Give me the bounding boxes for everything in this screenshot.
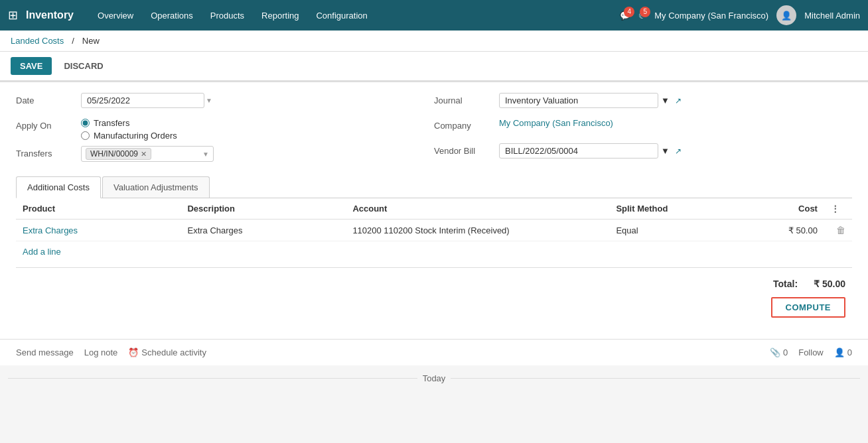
breadcrumb-parent[interactable]: Landed Costs <box>11 36 64 46</box>
vendor-bill-row: Vendor Bill ▼ ↗ <box>434 143 852 163</box>
avatar: 👤 <box>776 5 796 25</box>
app-name[interactable]: Inventory <box>26 9 74 21</box>
col-header-product: Product <box>16 198 181 220</box>
tab-additional-costs[interactable]: Additional Costs <box>16 176 101 198</box>
tabs-container: Additional Costs Valuation Adjustments <box>16 176 852 198</box>
date-dropdown-icon[interactable]: ▼ <box>206 97 212 104</box>
main-form: Date ▼ Apply On Transfers Manufacturing <box>0 82 868 339</box>
attachment-icon: 📎 <box>770 348 780 357</box>
today-separator: Today <box>0 365 868 391</box>
nav-operations[interactable]: Operations <box>143 7 201 25</box>
col-header-options: ⋮ <box>824 198 852 220</box>
clock-icon: ⏰ <box>128 348 139 357</box>
chat-badge: 4 <box>624 7 634 17</box>
delete-row-icon[interactable]: 🗑 <box>836 225 845 235</box>
journal-field-container: ▼ ↗ <box>499 93 682 108</box>
apply-on-row: Apply On Transfers Manufacturing Orders <box>16 118 434 141</box>
transfers-dropdown-icon[interactable]: ▼ <box>202 151 209 158</box>
schedule-activity-button[interactable]: ⏰ Schedule activity <box>128 348 206 357</box>
transfer-tag: WH/IN/00009 ✕ <box>86 148 151 160</box>
vendor-bill-input[interactable] <box>499 143 658 158</box>
radio-manufacturing-label: Manufacturing Orders <box>94 131 177 141</box>
row-cost: ₹ 50.00 <box>758 220 824 241</box>
footer: Send message Log note ⏰ Schedule activit… <box>0 339 868 365</box>
transfers-row: Transfers WH/IN/00009 ✕ ▼ <box>16 146 434 166</box>
vendor-bill-field-container: ▼ ↗ <box>499 143 682 158</box>
compute-button[interactable]: COMPUTE <box>771 297 846 318</box>
date-row: Date ▼ <box>16 93 434 113</box>
radio-transfers-label: Transfers <box>94 118 129 128</box>
follow-button[interactable]: Follow <box>798 348 824 357</box>
table-header-row: Product Description Account Split Method… <box>16 198 852 220</box>
nav-configuration[interactable]: Configuration <box>308 7 375 25</box>
add-line-button[interactable]: Add a line <box>16 241 852 262</box>
radio-transfers-input[interactable] <box>81 119 90 127</box>
transfer-tag-remove[interactable]: ✕ <box>141 150 147 158</box>
table-row: Extra Charges Extra Charges 110200 11020… <box>16 220 852 241</box>
vendor-bill-external-link-icon[interactable]: ↗ <box>675 147 682 156</box>
chat-icon-button[interactable]: 💬 4 <box>620 11 630 21</box>
footer-right: 📎 0 Follow 👤 0 <box>770 348 852 357</box>
col-header-account: Account <box>346 198 609 220</box>
vendor-bill-label: Vendor Bill <box>434 143 494 156</box>
date-label: Date <box>16 93 76 105</box>
radio-manufacturing[interactable]: Manufacturing Orders <box>81 131 177 141</box>
apply-on-label: Apply On <box>16 118 76 131</box>
activity-badge: 5 <box>640 7 650 17</box>
transfers-input[interactable]: WH/IN/00009 ✕ ▼ <box>81 146 214 162</box>
discard-button[interactable]: DISCARD <box>57 57 109 75</box>
nav-products[interactable]: Products <box>202 7 252 25</box>
attachments-count: 📎 0 <box>770 348 788 357</box>
save-button[interactable]: SAVE <box>11 57 52 75</box>
total-row: Total: ₹ 50.00 <box>773 279 845 289</box>
journal-label: Journal <box>434 93 494 105</box>
col-header-description: Description <box>181 198 346 220</box>
today-label: Today <box>423 373 446 383</box>
total-section: Total: ₹ 50.00 COMPUTE <box>16 267 852 323</box>
tab-valuation-adjustments[interactable]: Valuation Adjustments <box>102 176 210 198</box>
vendor-bill-dropdown-icon[interactable]: ▼ <box>661 146 670 156</box>
radio-manufacturing-input[interactable] <box>81 131 90 140</box>
breadcrumb-separator: / <box>72 36 74 46</box>
total-label: Total: <box>773 279 798 289</box>
followers-count: 👤 0 <box>834 348 852 357</box>
date-input[interactable] <box>81 93 204 108</box>
tabs: Additional Costs Valuation Adjustments <box>16 176 852 198</box>
nav-overview[interactable]: Overview <box>90 7 141 25</box>
user-name: Mitchell Admin <box>804 11 860 21</box>
company-label: Company <box>434 118 494 131</box>
form-fields: Date ▼ Apply On Transfers Manufacturing <box>16 93 852 166</box>
journal-input[interactable] <box>499 93 658 108</box>
row-account: 110200 110200 Stock Interim (Received) <box>346 220 609 241</box>
additional-costs-table: Product Description Account Split Method… <box>16 198 852 241</box>
send-message-button[interactable]: Send message <box>16 348 74 357</box>
action-bar: SAVE DISCARD <box>0 52 868 81</box>
app-grid-icon[interactable]: ⊞ <box>8 8 18 23</box>
top-navigation: ⊞ Inventory Overview Operations Products… <box>0 0 868 31</box>
date-field-container: ▼ <box>81 93 212 108</box>
journal-external-link-icon[interactable]: ↗ <box>675 96 682 105</box>
company-name: My Company (San Francisco) <box>654 11 768 21</box>
col-header-split-method: Split Method <box>609 198 758 220</box>
row-split-method: Equal <box>609 220 758 241</box>
nav-reporting[interactable]: Reporting <box>253 7 307 25</box>
product-link[interactable]: Extra Charges <box>23 225 78 235</box>
activity-icon-button[interactable]: ☾ 5 <box>638 11 646 21</box>
transfers-label: Transfers <box>16 146 76 158</box>
column-options-icon[interactable]: ⋮ <box>831 204 839 214</box>
header-right: 💬 4 ☾ 5 My Company (San Francisco) 👤 Mit… <box>620 5 860 25</box>
journal-dropdown-icon[interactable]: ▼ <box>661 95 670 105</box>
form-left-col: Date ▼ Apply On Transfers Manufacturing <box>16 93 434 166</box>
company-value[interactable]: My Company (San Francisco) <box>499 118 613 128</box>
log-note-button[interactable]: Log note <box>84 348 118 357</box>
radio-transfers[interactable]: Transfers <box>81 118 177 128</box>
company-row: Company My Company (San Francisco) <box>434 118 852 138</box>
breadcrumb-current: New <box>82 36 100 46</box>
journal-row: Journal ▼ ↗ <box>434 93 852 113</box>
row-description: Extra Charges <box>181 220 346 241</box>
col-header-cost: Cost <box>758 198 824 220</box>
row-delete-cell: 🗑 <box>824 220 852 241</box>
nav-links: Overview Operations Products Reporting C… <box>90 7 615 25</box>
followers-icon: 👤 <box>834 348 845 357</box>
total-value: ₹ 50.00 <box>814 279 845 289</box>
